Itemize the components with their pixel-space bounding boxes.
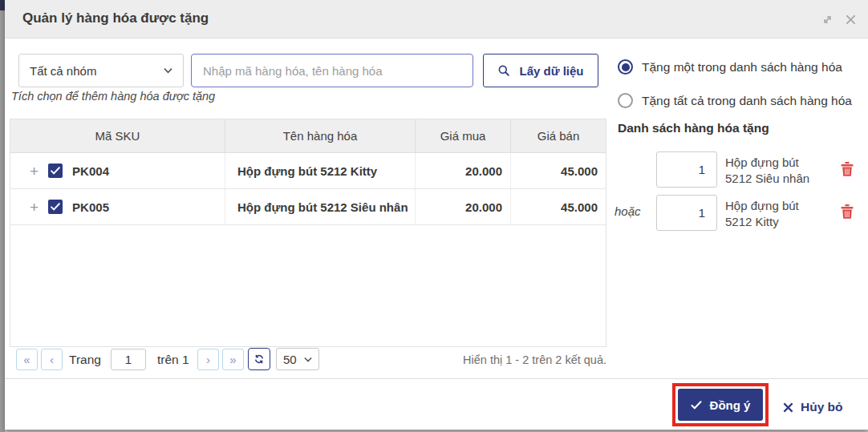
table-row[interactable]: + PK004 Hộp đựng bút 5212 Kitty 20.000 4… [10, 153, 606, 189]
product-table: Mã SKU Tên hàng hóa Giá mua Giá bán + PK… [10, 119, 606, 347]
chevron-down-icon [164, 67, 172, 74]
column-header-sell[interactable]: Giá bán [510, 119, 606, 152]
row-product-name: Hộp đựng bút 5212 Siêu nhân [225, 189, 415, 224]
radio-selected-icon [618, 59, 633, 75]
row-buy-price: 20.000 [415, 153, 510, 188]
gift-item-name: Hộp đựng bút 5212 Siêu nhân [725, 155, 809, 187]
prev-page-button[interactable]: ‹ [41, 349, 63, 370]
refresh-button[interactable] [248, 348, 270, 370]
page-size-select[interactable]: 50 [276, 348, 319, 370]
group-select[interactable]: Tất cả nhóm [18, 54, 184, 87]
confirm-highlight-annotation: Đồng ý [672, 383, 769, 426]
dialog-header: Quản lý hàng hóa được tặng [5, 0, 868, 38]
last-page-button[interactable]: » [222, 349, 244, 370]
expand-icon[interactable] [820, 12, 834, 26]
column-header-sku[interactable]: Mã SKU [10, 119, 225, 152]
page-total-label: trên 1 [157, 353, 189, 367]
table-row[interactable]: + PK005 Hộp đựng bút 5212 Siêu nhân 20.0… [10, 189, 606, 225]
row-product-name: Hộp đựng bút 5212 Kitty [225, 153, 415, 188]
search-input[interactable] [191, 54, 473, 87]
page-number-input[interactable] [111, 349, 146, 370]
row-sku: PK005 [72, 200, 109, 214]
gift-qty-input[interactable] [656, 195, 717, 231]
group-select-value: Tất cả nhóm [30, 64, 96, 78]
cancel-label: Hủy bỏ [801, 400, 843, 414]
check-icon [51, 203, 60, 211]
search-icon [497, 64, 510, 77]
column-header-buy[interactable]: Giá mua [415, 119, 510, 152]
or-label: hoặc [614, 204, 641, 218]
trash-icon[interactable] [841, 204, 855, 220]
row-checkbox[interactable] [48, 200, 63, 214]
x-icon [783, 402, 793, 413]
table-header-row: Mã SKU Tên hàng hóa Giá mua Giá bán [10, 119, 606, 153]
radio-gift-all-label: Tặng tất cả trong danh sách hàng hóa [642, 94, 852, 108]
first-page-button[interactable]: « [16, 349, 38, 370]
fetch-data-label: Lấy dữ liệu [519, 64, 583, 78]
radio-gift-all[interactable]: Tặng tất cả trong danh sách hàng hóa [618, 93, 852, 108]
expand-row-icon[interactable]: + [30, 164, 39, 179]
pagination-bar: « ‹ Trang trên 1 › » 50 Hiển t [10, 348, 606, 372]
dialog-title: Quản lý hàng hóa được tặng [22, 10, 209, 26]
page-size-value: 50 [283, 353, 297, 366]
expand-row-icon[interactable]: + [30, 200, 39, 215]
chevron-down-icon [304, 357, 312, 362]
results-summary: Hiển thị 1 - 2 trên 2 kết quả. [463, 353, 606, 366]
row-sell-price: 45.000 [510, 189, 606, 224]
row-sku: PK004 [72, 164, 109, 178]
refresh-icon [253, 353, 266, 365]
cancel-button[interactable]: Hủy bỏ [783, 400, 843, 414]
next-page-button[interactable]: › [197, 349, 219, 370]
gift-item-name: Hộp đựng bút 5212 Kitty [725, 198, 799, 230]
row-sell-price: 45.000 [510, 153, 606, 188]
trash-icon[interactable] [841, 162, 855, 178]
check-icon [691, 401, 702, 410]
footer-divider [5, 378, 868, 379]
row-checkbox[interactable] [48, 164, 63, 178]
selection-hint: Tích chọn để thêm hàng hóa được tặng [11, 90, 215, 103]
column-header-name[interactable]: Tên hàng hóa [225, 119, 415, 152]
radio-gift-one-label: Tặng một trong danh sách hàng hóa [642, 60, 842, 75]
screen: Quản lý hàng hóa được tặng Tất cả nhóm [0, 0, 868, 432]
gift-management-dialog: Quản lý hàng hóa được tặng Tất cả nhóm [5, 0, 868, 430]
page-label: Trang [69, 353, 101, 367]
fetch-data-button[interactable]: Lấy dữ liệu [483, 54, 598, 87]
gift-qty-input[interactable] [656, 151, 717, 188]
radio-gift-one[interactable]: Tặng một trong danh sách hàng hóa [618, 59, 842, 75]
gift-list-heading: Danh sách hàng hóa tặng [618, 121, 769, 135]
radio-unselected-icon [618, 93, 633, 108]
check-icon [51, 167, 60, 175]
confirm-label: Đồng ý [710, 398, 751, 412]
row-buy-price: 20.000 [415, 189, 510, 224]
confirm-button[interactable]: Đồng ý [678, 389, 763, 421]
close-icon[interactable] [843, 12, 858, 26]
